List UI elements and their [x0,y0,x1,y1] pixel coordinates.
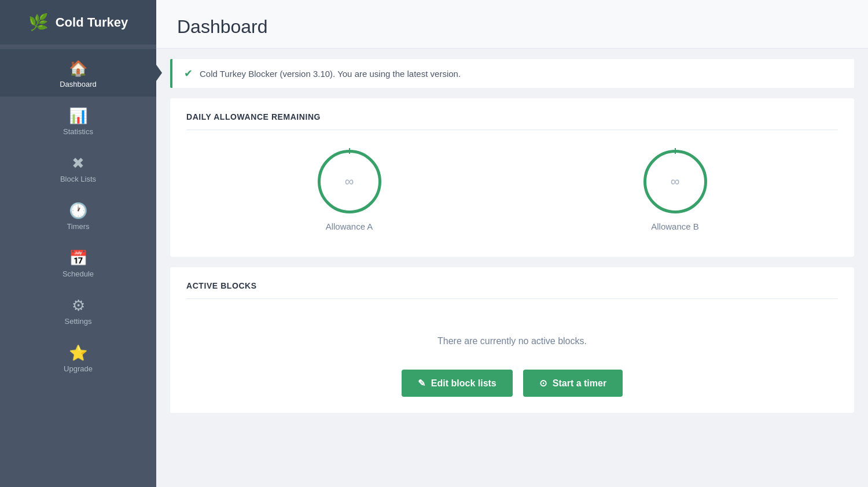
active-blocks-title: ACTIVE BLOCKS [186,281,838,299]
chart-icon: 📊 [69,107,87,125]
gear-icon: ⚙ [72,297,85,315]
daily-allowance-title: DAILY ALLOWANCE REMAINING [186,112,838,130]
timer-icon: ⊙ [539,378,547,389]
main-content: Dashboard ✔ Cold Turkey Blocker (version… [156,0,868,487]
clock-icon: 🕐 [69,202,87,220]
sidebar-label-statistics: Statistics [63,127,93,136]
page-title-bar: Dashboard [156,0,868,49]
check-icon: ✔ [184,67,193,80]
active-blocks-section: ACTIVE BLOCKS There are currently no act… [170,267,854,413]
edit-icon: ✎ [418,378,425,389]
allowance-b-item: ∞ Allowance B [643,150,707,231]
sidebar-item-dashboard[interactable]: 🏠 Dashboard [0,49,156,97]
start-a-timer-button[interactable]: ⊙ Start a timer [523,370,623,397]
sidebar-item-upgrade[interactable]: ⭐ Upgrade [0,334,156,381]
page-title: Dashboard [177,16,847,38]
allowance-a-label: Allowance A [326,222,373,231]
edit-block-lists-label: Edit block lists [431,378,496,389]
calendar-icon: 📅 [69,249,87,267]
sidebar-label-block-lists: Block Lists [60,175,96,183]
block-icon: ✖ [72,154,84,172]
start-a-timer-label: Start a timer [553,378,606,389]
allowance-a-item: ∞ Allowance A [318,150,381,231]
info-banner-text: Cold Turkey Blocker (version 3.10). You … [200,69,461,79]
no-blocks-message: There are currently no active blocks. [186,313,838,364]
allowance-a-value: ∞ [345,174,354,189]
star-icon: ⭐ [69,344,87,362]
sidebar-item-schedule[interactable]: 📅 Schedule [0,239,156,286]
allowance-b-label: Allowance B [651,222,699,231]
logo-icon: 🌿 [28,13,49,32]
sidebar-label-upgrade: Upgrade [64,364,93,373]
sidebar-label-schedule: Schedule [62,270,94,278]
sidebar: 🌿 Cold Turkey 🏠 Dashboard 📊 Statistics ✖… [0,0,156,487]
sidebar-label-settings: Settings [65,317,92,326]
sidebar-item-statistics[interactable]: 📊 Statistics [0,97,156,144]
edit-block-lists-button[interactable]: ✎ Edit block lists [402,370,513,397]
sidebar-label-dashboard: Dashboard [60,80,97,88]
sidebar-item-settings[interactable]: ⚙ Settings [0,286,156,334]
actions-row: ✎ Edit block lists ⊙ Start a timer [186,370,838,397]
sidebar-title: Cold Turkey [56,15,128,30]
sidebar-item-block-lists[interactable]: ✖ Block Lists [0,144,156,191]
sidebar-item-timers[interactable]: 🕐 Timers [0,191,156,239]
home-icon: 🏠 [69,60,87,78]
allowance-b-circle: ∞ [643,150,707,213]
allowances-row: ∞ Allowance A ∞ Allowance B [186,144,838,241]
info-banner: ✔ Cold Turkey Blocker (version 3.10). Yo… [170,59,854,88]
sidebar-header: 🌿 Cold Turkey [0,0,156,45]
sidebar-label-timers: Timers [67,222,89,231]
sidebar-nav: 🏠 Dashboard 📊 Statistics ✖ Block Lists 🕐… [0,49,156,381]
allowance-b-value: ∞ [671,174,680,189]
daily-allowance-section: DAILY ALLOWANCE REMAINING ∞ Allowance A … [170,98,854,257]
allowance-a-circle: ∞ [318,150,381,213]
